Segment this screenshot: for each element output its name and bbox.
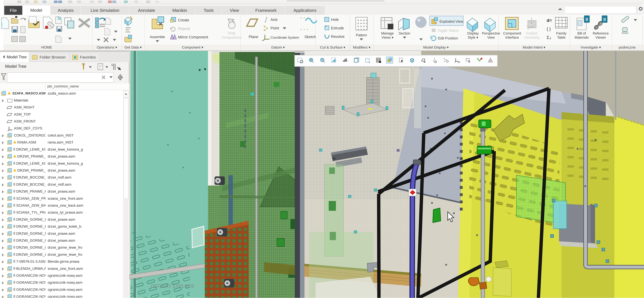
svg-text:Reference: Reference [593,32,609,35]
svg-text:Bill of: Bill of [578,32,586,35]
svg-text:Hole: Hole [331,18,339,22]
svg-text:Materials: Materials [574,36,589,40]
svg-text:Viewer: Viewer [596,36,606,40]
svg-text:{ }: { } [547,26,551,31]
svg-text:Publish: Publish [526,32,538,35]
svg-text:Geometry: Geometry [524,36,540,40]
svg-text:Assemble: Assemble [150,35,165,39]
svg-text:Extrude: Extrude [331,26,344,30]
svg-text:Mirror Component: Mirror Component [178,35,208,39]
svg-text:Perspective: Perspective [482,32,500,35]
svg-text:Revolve: Revolve [331,34,344,39]
svg-text:Exploded View: Exploded View [440,20,464,24]
svg-text:Coordinate System: Coordinate System [270,36,299,40]
svg-text:Plane: Plane [249,35,258,39]
svg-text:Table: Table [557,36,566,40]
svg-text:DEFAULT EXPLODE: DEFAULT EXPLODE [151,284,194,289]
svg-text:Component: Component [503,32,521,35]
svg-text:Σ₄: Σ₄ [547,35,551,40]
svg-text:II: II [604,17,606,22]
svg-text:Drag: Drag [228,31,235,35]
svg-text:Pattern: Pattern [356,33,367,37]
svg-text:Create: Create [178,18,189,22]
svg-text:Sketch: Sketch [304,35,316,39]
svg-text:Section: Section [399,32,410,35]
svg-text:Display: Display [467,32,479,35]
svg-text:Components: Components [222,36,241,40]
svg-text:Axis: Axis [270,18,278,22]
svg-text:Views ▾: Views ▾ [382,36,394,40]
svg-text:II: II [586,17,588,22]
svg-text:Interface: Interface [505,36,519,40]
svg-text:Toggle Status: Toggle Status [438,28,458,32]
svg-text:Edit Position: Edit Position [438,36,458,40]
svg-text:Repeat: Repeat [178,26,190,31]
svg-text:d=: d= [547,18,552,23]
svg-text:Manage: Manage [381,32,394,35]
svg-text:Point: Point [270,26,279,30]
svg-text:Style ▾: Style ▾ [468,36,478,40]
svg-text:Family: Family [556,32,566,35]
svg-text:View: View [487,36,495,40]
